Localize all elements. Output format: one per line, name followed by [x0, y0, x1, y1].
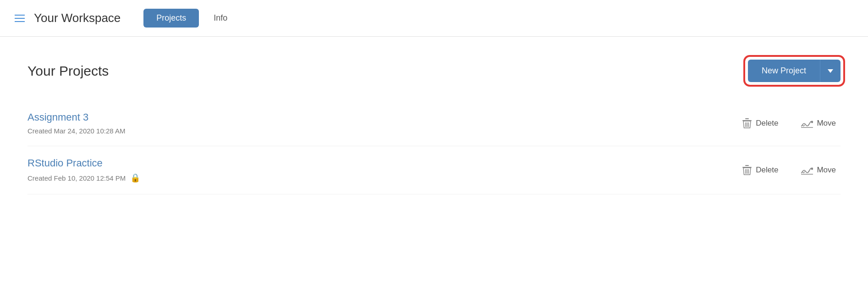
project-actions: Delete Move	[737, 115, 841, 132]
delete-label: Delete	[756, 119, 778, 128]
delete-button[interactable]: Delete	[737, 115, 783, 132]
trash-icon	[742, 118, 752, 129]
project-name[interactable]: RStudio Practice	[27, 157, 140, 169]
delete-button[interactable]: Delete	[737, 162, 783, 178]
svg-rect-1	[745, 118, 749, 119]
workspace-title: Your Workspace	[34, 11, 121, 25]
move-icon	[801, 118, 813, 128]
delete-label: Delete	[756, 166, 778, 175]
section-header: Your Projects New Project	[27, 60, 841, 82]
section-title: Your Projects	[27, 63, 109, 79]
chevron-down-icon	[828, 69, 833, 73]
nav-tabs: Projects Info	[143, 9, 240, 28]
svg-rect-8	[745, 165, 749, 166]
tab-info[interactable]: Info	[201, 9, 240, 28]
project-meta: Created Feb 10, 2020 12:54 PM 🔒	[27, 173, 140, 183]
move-icon	[801, 165, 813, 175]
new-project-dropdown-button[interactable]	[820, 60, 841, 82]
move-button[interactable]: Move	[797, 116, 841, 131]
move-label: Move	[817, 166, 836, 175]
project-created-date: Created Feb 10, 2020 12:54 PM	[27, 174, 126, 182]
tab-projects[interactable]: Projects	[143, 9, 199, 28]
project-meta: Created Mar 24, 2020 10:28 AM	[27, 127, 125, 135]
header-left: Your Workspace Projects Info	[15, 9, 240, 28]
lock-icon: 🔒	[130, 173, 140, 183]
project-info: RStudio Practice Created Feb 10, 2020 12…	[27, 157, 140, 183]
project-actions: Delete Move	[737, 162, 841, 178]
project-item: RStudio Practice Created Feb 10, 2020 12…	[27, 146, 841, 194]
project-item: Assignment 3 Created Mar 24, 2020 10:28 …	[27, 100, 841, 146]
new-project-container: New Project	[748, 60, 841, 82]
header: Your Workspace Projects Info	[0, 0, 868, 37]
move-label: Move	[817, 119, 836, 128]
project-list: Assignment 3 Created Mar 24, 2020 10:28 …	[27, 100, 841, 194]
project-name[interactable]: Assignment 3	[27, 111, 125, 123]
move-button[interactable]: Move	[797, 162, 841, 178]
project-created-date: Created Mar 24, 2020 10:28 AM	[27, 127, 125, 135]
project-info: Assignment 3 Created Mar 24, 2020 10:28 …	[27, 111, 125, 135]
new-project-btn-group: New Project	[748, 60, 841, 82]
new-project-button[interactable]: New Project	[748, 60, 820, 82]
main-content: Your Projects New Project Assignment 3 C…	[0, 37, 868, 217]
hamburger-icon[interactable]	[15, 15, 25, 22]
trash-icon	[742, 165, 752, 176]
